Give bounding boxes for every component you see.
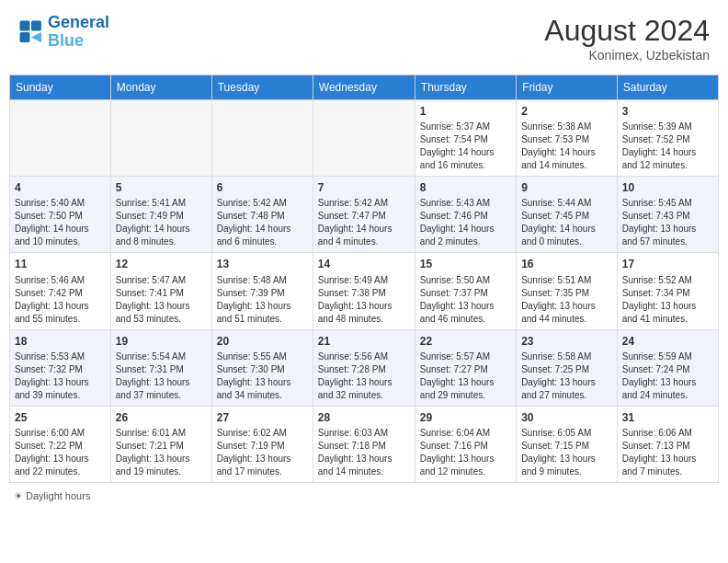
calendar-header-monday: Monday	[110, 75, 211, 100]
day-info: Sunrise: 5:38 AM Sunset: 7:53 PM Dayligh…	[521, 121, 612, 172]
day-info: Sunrise: 5:47 AM Sunset: 7:41 PM Dayligh…	[116, 274, 207, 326]
title-block: August 2024 Konimex, Uzbekistan	[544, 14, 710, 63]
day-info: Sunrise: 5:44 AM Sunset: 7:45 PM Dayligh…	[521, 197, 612, 248]
calendar-header-sunday: Sunday	[10, 75, 111, 100]
day-number: 16	[521, 257, 612, 271]
calendar-cell: 6Sunrise: 5:42 AM Sunset: 7:48 PM Daylig…	[211, 177, 313, 253]
day-info: Sunrise: 5:41 AM Sunset: 7:49 PM Dayligh…	[116, 197, 207, 248]
day-number: 21	[318, 334, 410, 349]
day-number: 31	[622, 410, 713, 425]
logo-icon	[18, 19, 44, 45]
calendar-cell	[10, 100, 111, 177]
day-info: Sunrise: 5:52 AM Sunset: 7:34 PM Dayligh…	[622, 274, 713, 326]
day-number: 18	[15, 334, 106, 349]
daylight-hours-label: Daylight hours	[26, 490, 90, 501]
day-number: 27	[217, 410, 308, 425]
day-info: Sunrise: 5:39 AM Sunset: 7:52 PM Dayligh…	[622, 121, 713, 172]
day-info: Sunrise: 5:45 AM Sunset: 7:43 PM Dayligh…	[622, 197, 713, 248]
day-number: 10	[622, 180, 713, 195]
day-number: 24	[622, 334, 713, 349]
calendar-cell: 12Sunrise: 5:47 AM Sunset: 7:41 PM Dayli…	[110, 253, 211, 329]
calendar-cell: 15Sunrise: 5:50 AM Sunset: 7:37 PM Dayli…	[415, 253, 516, 329]
calendar-cell: 2Sunrise: 5:38 AM Sunset: 7:53 PM Daylig…	[517, 100, 618, 177]
page-header: GeneralBlue August 2024 Konimex, Uzbekis…	[9, 9, 719, 67]
calendar-week-1: 1Sunrise: 5:37 AM Sunset: 7:54 PM Daylig…	[10, 100, 719, 177]
day-info: Sunrise: 5:48 AM Sunset: 7:39 PM Dayligh…	[217, 274, 308, 326]
day-number: 29	[420, 410, 511, 425]
day-info: Sunrise: 5:59 AM Sunset: 7:24 PM Dayligh…	[622, 350, 713, 402]
calendar-cell: 28Sunrise: 6:03 AM Sunset: 7:18 PM Dayli…	[313, 406, 415, 482]
day-number: 22	[420, 334, 511, 349]
calendar-header-saturday: Saturday	[617, 75, 718, 100]
day-info: Sunrise: 5:49 AM Sunset: 7:38 PM Dayligh…	[318, 274, 410, 326]
calendar-header-wednesday: Wednesday	[313, 75, 415, 100]
day-number: 2	[521, 104, 612, 119]
day-info: Sunrise: 5:37 AM Sunset: 7:54 PM Dayligh…	[420, 121, 511, 172]
day-number: 6	[217, 180, 308, 195]
day-number: 19	[116, 334, 207, 349]
calendar-cell: 19Sunrise: 5:54 AM Sunset: 7:31 PM Dayli…	[110, 329, 211, 406]
legend: ☀ Daylight hours	[9, 490, 719, 502]
calendar-cell: 26Sunrise: 6:01 AM Sunset: 7:21 PM Dayli…	[110, 406, 211, 482]
day-info: Sunrise: 6:05 AM Sunset: 7:15 PM Dayligh…	[521, 427, 612, 478]
calendar-cell: 18Sunrise: 5:53 AM Sunset: 7:32 PM Dayli…	[10, 329, 111, 406]
day-number: 11	[15, 257, 106, 271]
day-info: Sunrise: 5:54 AM Sunset: 7:31 PM Dayligh…	[116, 350, 207, 402]
calendar-cell: 1Sunrise: 5:37 AM Sunset: 7:54 PM Daylig…	[415, 100, 516, 177]
calendar-cell: 3Sunrise: 5:39 AM Sunset: 7:52 PM Daylig…	[617, 100, 718, 177]
calendar-week-4: 18Sunrise: 5:53 AM Sunset: 7:32 PM Dayli…	[10, 329, 719, 406]
day-number: 7	[318, 180, 410, 195]
calendar-cell: 7Sunrise: 5:42 AM Sunset: 7:47 PM Daylig…	[313, 177, 415, 253]
day-info: Sunrise: 5:40 AM Sunset: 7:50 PM Dayligh…	[15, 197, 106, 248]
day-info: Sunrise: 6:01 AM Sunset: 7:21 PM Dayligh…	[116, 427, 207, 478]
day-number: 1	[420, 104, 511, 119]
calendar-header-tuesday: Tuesday	[211, 75, 313, 100]
logo-text: GeneralBlue	[48, 14, 109, 51]
svg-rect-2	[20, 32, 30, 42]
day-info: Sunrise: 6:00 AM Sunset: 7:22 PM Dayligh…	[15, 427, 106, 478]
calendar-cell	[110, 100, 211, 177]
calendar-cell: 30Sunrise: 6:05 AM Sunset: 7:15 PM Dayli…	[517, 406, 618, 482]
day-number: 17	[622, 257, 713, 271]
calendar-header-thursday: Thursday	[415, 75, 516, 100]
svg-marker-3	[31, 32, 41, 42]
calendar-cell: 14Sunrise: 5:49 AM Sunset: 7:38 PM Dayli…	[313, 253, 415, 329]
logo: GeneralBlue	[18, 14, 109, 51]
calendar-cell: 17Sunrise: 5:52 AM Sunset: 7:34 PM Dayli…	[617, 253, 718, 329]
calendar-cell: 9Sunrise: 5:44 AM Sunset: 7:45 PM Daylig…	[517, 177, 618, 253]
day-info: Sunrise: 5:43 AM Sunset: 7:46 PM Dayligh…	[420, 197, 511, 248]
day-number: 8	[420, 180, 511, 195]
day-info: Sunrise: 5:50 AM Sunset: 7:37 PM Dayligh…	[420, 274, 511, 326]
day-number: 5	[116, 180, 207, 195]
calendar-header-row: SundayMondayTuesdayWednesdayThursdayFrid…	[10, 75, 719, 100]
day-number: 9	[521, 180, 612, 195]
day-info: Sunrise: 5:55 AM Sunset: 7:30 PM Dayligh…	[217, 350, 308, 402]
calendar-cell: 24Sunrise: 5:59 AM Sunset: 7:24 PM Dayli…	[617, 329, 718, 406]
calendar-header-friday: Friday	[517, 75, 618, 100]
day-number: 15	[420, 257, 511, 271]
calendar-cell: 29Sunrise: 6:04 AM Sunset: 7:16 PM Dayli…	[415, 406, 516, 482]
calendar-cell	[313, 100, 415, 177]
day-number: 13	[217, 257, 308, 271]
calendar-cell: 11Sunrise: 5:46 AM Sunset: 7:42 PM Dayli…	[10, 253, 111, 329]
day-number: 26	[116, 410, 207, 425]
day-info: Sunrise: 6:03 AM Sunset: 7:18 PM Dayligh…	[318, 427, 410, 478]
day-info: Sunrise: 5:56 AM Sunset: 7:28 PM Dayligh…	[318, 350, 410, 402]
calendar-cell: 21Sunrise: 5:56 AM Sunset: 7:28 PM Dayli…	[313, 329, 415, 406]
svg-rect-0	[20, 20, 30, 30]
month-year: August 2024	[544, 14, 710, 48]
calendar-cell: 25Sunrise: 6:00 AM Sunset: 7:22 PM Dayli…	[10, 406, 111, 482]
day-number: 28	[318, 410, 410, 425]
calendar-cell: 10Sunrise: 5:45 AM Sunset: 7:43 PM Dayli…	[617, 177, 718, 253]
day-info: Sunrise: 5:42 AM Sunset: 7:47 PM Dayligh…	[318, 197, 410, 248]
calendar-cell: 8Sunrise: 5:43 AM Sunset: 7:46 PM Daylig…	[415, 177, 516, 253]
calendar-week-2: 4Sunrise: 5:40 AM Sunset: 7:50 PM Daylig…	[10, 177, 719, 253]
location: Konimex, Uzbekistan	[544, 48, 710, 63]
svg-rect-1	[31, 20, 41, 30]
calendar-cell: 20Sunrise: 5:55 AM Sunset: 7:30 PM Dayli…	[211, 329, 313, 406]
day-number: 23	[521, 334, 612, 349]
day-info: Sunrise: 5:42 AM Sunset: 7:48 PM Dayligh…	[217, 197, 308, 248]
day-info: Sunrise: 5:58 AM Sunset: 7:25 PM Dayligh…	[521, 350, 612, 402]
day-number: 20	[217, 334, 308, 349]
calendar-cell: 5Sunrise: 5:41 AM Sunset: 7:49 PM Daylig…	[110, 177, 211, 253]
